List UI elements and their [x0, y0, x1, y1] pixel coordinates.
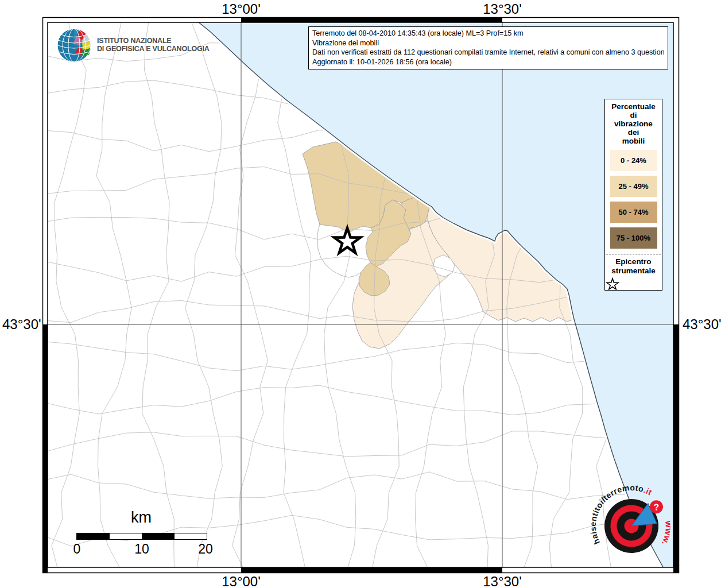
ingv-logo: ISTITUTO NAZIONALE DI GEOFISICA E VULCAN…	[56, 26, 210, 63]
scalebar-unit-label: km	[76, 509, 206, 527]
ingv-globe-icon	[56, 26, 93, 63]
map-inner	[44, 16, 677, 574]
coord-label-top-left: 13°00'	[222, 1, 261, 17]
frame-black-top	[241, 18, 502, 23]
scalebar-segment	[142, 533, 175, 539]
coord-label-bottom-left: 13°00'	[222, 574, 261, 588]
scalebar-tick-10: 10	[134, 541, 149, 557]
ingv-logo-line2: DI GEOFISICA E VULCANOLOGIA	[97, 45, 210, 53]
legend-epicenter-star	[605, 277, 662, 292]
legend-swatch-label: 75 - 100%	[617, 234, 650, 242]
haisentito-logo-icon: ? haisentitoilterremoto.it www.	[588, 483, 675, 569]
ingv-logo-text: ISTITUTO NAZIONALE DI GEOFISICA E VULCAN…	[97, 37, 210, 53]
legend-swatch-label: 0 - 24%	[621, 156, 646, 165]
scalebar-segment	[77, 533, 109, 539]
legend-separator	[606, 254, 661, 254]
scalebar-tick-20: 20	[198, 541, 213, 557]
legend-epicenter-label: Epicentro strumentale	[605, 257, 662, 276]
frame-black-bottom	[241, 567, 502, 573]
legend-box: Percentuale di vibrazione dei mobili 0 -…	[604, 99, 662, 291]
info-line-updated: Aggiornato il: 10-01-2026 18:56 (ora loc…	[312, 57, 664, 67]
legend-swatch-label: 25 - 49%	[618, 182, 648, 191]
info-line-event: Terremoto del 08-04-2010 14:35:43 (ora l…	[312, 29, 664, 38]
scalebar-segment	[174, 533, 207, 539]
legend-swatch: 50 - 74%	[610, 202, 657, 223]
scalebar-tick-0: 0	[73, 541, 81, 557]
star-icon	[605, 277, 620, 292]
frame-black-left	[43, 324, 48, 573]
info-line-source: Dati non verificati estratti da 112 ques…	[312, 48, 664, 57]
coord-label-top-right: 13°30'	[483, 1, 522, 17]
coord-label-left: 43°30'	[2, 316, 39, 332]
legend-swatch-label: 50 - 74%	[618, 208, 648, 216]
legend-swatch: 0 - 24%	[610, 150, 657, 171]
earthquake-info-box: Terremoto del 08-04-2010 14:35:43 (ora l…	[308, 26, 668, 69]
scalebar	[76, 533, 207, 540]
question-mark: ?	[653, 502, 660, 512]
scalebar-segment	[109, 533, 142, 539]
legend-swatches: 0 - 24%25 - 49%50 - 74%75 - 100%	[605, 150, 662, 249]
coord-label-right: 43°30'	[683, 316, 721, 332]
legend-swatch: 25 - 49%	[610, 176, 657, 197]
legend-swatch: 75 - 100%	[610, 227, 657, 249]
coord-label-bottom-right: 13°30'	[483, 574, 522, 588]
info-line-map-type: Vibrazione dei mobili	[312, 38, 664, 48]
map-page: 13°00' 13°30' 13°00' 13°30' 43°30' 43°30…	[0, 0, 721, 588]
ingv-logo-line1: ISTITUTO NAZIONALE	[97, 37, 210, 45]
legend-title: Percentuale di vibrazione dei mobili	[605, 102, 662, 145]
haisentito-logo: ? haisentitoilterremoto.it www.	[588, 483, 675, 569]
